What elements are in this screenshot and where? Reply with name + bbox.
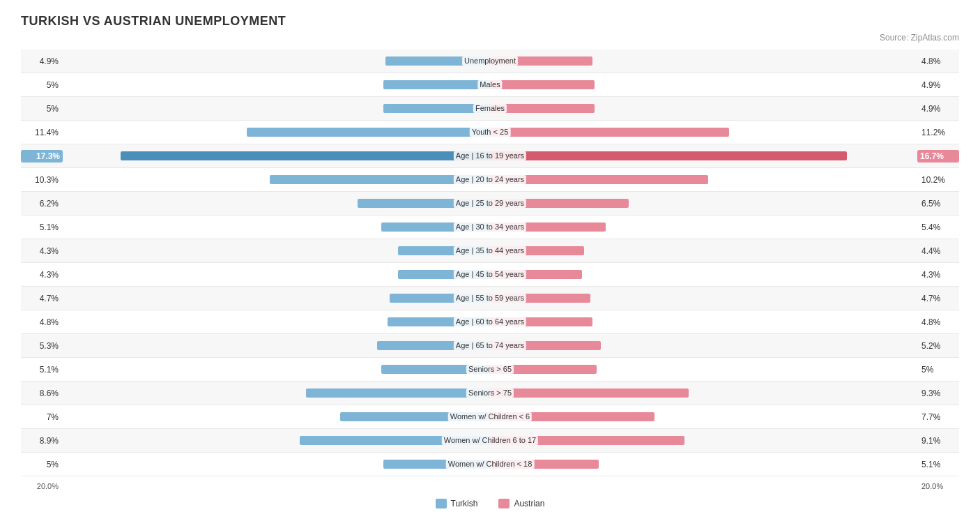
chart-row: 5%Females4.9% (21, 97, 959, 121)
right-value: 5.4% (917, 222, 959, 232)
bar-area: Women w/ Children 6 to 17 (63, 436, 917, 445)
bar-left-half (63, 317, 490, 326)
bar-right-half (490, 365, 917, 374)
right-value: 9.3% (917, 389, 959, 398)
turkish-bar (306, 389, 490, 398)
left-value: 5.1% (21, 365, 63, 375)
bar-left-half (63, 294, 490, 303)
left-value: 5.1% (21, 222, 63, 232)
bar-area: Youth < 25 (63, 128, 917, 137)
bar-label: Seniors > 75 (466, 389, 514, 398)
bar-left-half (63, 270, 490, 279)
bar-label: Females (473, 104, 507, 113)
bar-area: Females (63, 104, 917, 113)
bar-label: Age | 20 to 24 years (454, 175, 526, 184)
bar-label: Age | 30 to 34 years (454, 222, 526, 232)
right-value: 4.8% (917, 56, 959, 66)
bar-area: Seniors > 75 (63, 389, 917, 398)
bar-area: Age | 30 to 34 years (63, 222, 917, 232)
bar-right-half (490, 128, 917, 137)
chart-row: 8.9%Women w/ Children 6 to 179.1% (21, 429, 959, 453)
bar-right-half (490, 436, 917, 445)
bar-label: Age | 65 to 74 years (454, 341, 526, 350)
legend-turkish: Turkish (436, 499, 478, 508)
chart-row: 10.3%Age | 20 to 24 years10.2% (21, 168, 959, 192)
bar-left-half (63, 222, 490, 232)
right-value: 11.2% (917, 128, 959, 137)
bar-label: Women w/ Children 6 to 17 (442, 436, 538, 445)
left-value: 8.6% (21, 389, 63, 398)
bar-area: Age | 65 to 74 years (63, 341, 917, 350)
right-value: 5.2% (917, 341, 959, 351)
chart-title: TURKISH VS AUSTRIAN UNEMPLOYMENT (21, 14, 959, 29)
right-value: 7.7% (917, 412, 959, 422)
chart-row: 4.9%Unemployment4.8% (21, 50, 959, 73)
left-value: 4.9% (21, 56, 63, 66)
chart-row: 5.1%Age | 30 to 34 years5.4% (21, 216, 959, 239)
bar-label: Women w/ Children < 6 (448, 412, 532, 421)
bar-label: Age | 60 to 64 years (454, 317, 526, 326)
legend-turkish-box (436, 499, 447, 508)
axis-left-label: 20.0% (21, 482, 63, 490)
bar-area: Males (63, 80, 917, 89)
axis-right-label: 20.0% (917, 482, 959, 490)
bar-left-half (63, 199, 490, 208)
right-value: 4.9% (917, 80, 959, 90)
left-value: 8.9% (21, 436, 63, 446)
legend-turkish-label: Turkish (451, 499, 478, 508)
left-value: 5% (21, 104, 63, 114)
bar-right-half (490, 56, 917, 66)
chart-row: 5.3%Age | 65 to 74 years5.2% (21, 334, 959, 358)
bar-left-half (63, 56, 490, 66)
chart-container: 4.9%Unemployment4.8%5%Males4.9%5%Females… (21, 50, 959, 493)
bar-left-half (63, 175, 490, 184)
austrian-bar (490, 389, 689, 398)
chart-row: 5%Males4.9% (21, 73, 959, 97)
source-label: Source: ZipAtlas.com (21, 33, 959, 43)
bar-left-half (63, 80, 490, 89)
bar-left-half (63, 341, 490, 350)
bar-right-half (490, 246, 917, 255)
bar-right-half (490, 294, 917, 303)
bar-label: Youth < 25 (470, 128, 511, 137)
bar-right-half (490, 341, 917, 350)
bar-area: Age | 16 to 19 years (63, 151, 917, 160)
turkish-bar (121, 151, 490, 160)
left-value: 4.7% (21, 294, 63, 303)
bar-right-half (490, 175, 917, 184)
right-value: 4.7% (917, 294, 959, 303)
right-value: 4.9% (917, 104, 959, 114)
bar-area: Age | 20 to 24 years (63, 175, 917, 184)
bar-area: Age | 25 to 29 years (63, 199, 917, 208)
chart-row: 4.7%Age | 55 to 59 years4.7% (21, 287, 959, 310)
bar-label: Males (477, 80, 502, 89)
bar-right-half (490, 389, 917, 398)
left-value: 4.8% (21, 317, 63, 327)
austrian-bar (490, 80, 595, 89)
right-value: 10.2% (917, 175, 959, 185)
bar-right-half (490, 460, 917, 469)
chart-row: 5%Women w/ Children < 185.1% (21, 453, 959, 476)
axis-row: 20.0%20.0% (21, 476, 959, 493)
bar-left-half (63, 151, 490, 160)
legend-austrian-box (498, 499, 510, 508)
bar-area: Age | 60 to 64 years (63, 317, 917, 326)
austrian-bar (490, 128, 729, 137)
bar-left-half (63, 128, 490, 137)
bar-area: Women w/ Children < 6 (63, 412, 917, 421)
bar-area: Age | 45 to 54 years (63, 270, 917, 279)
bar-label: Age | 55 to 59 years (454, 294, 526, 303)
left-value: 5% (21, 80, 63, 90)
left-value: 4.3% (21, 270, 63, 280)
chart-row: 4.3%Age | 35 to 44 years4.4% (21, 239, 959, 263)
bar-left-half (63, 412, 490, 421)
left-value: 10.3% (21, 175, 63, 185)
right-value: 16.7% (917, 150, 959, 163)
bar-area: Age | 35 to 44 years (63, 246, 917, 255)
bar-label: Unemployment (462, 56, 518, 66)
bar-left-half (63, 365, 490, 374)
bar-right-half (490, 80, 917, 89)
bar-right-half (490, 151, 917, 160)
bar-left-half (63, 104, 490, 113)
legend: Turkish Austrian (21, 499, 959, 508)
